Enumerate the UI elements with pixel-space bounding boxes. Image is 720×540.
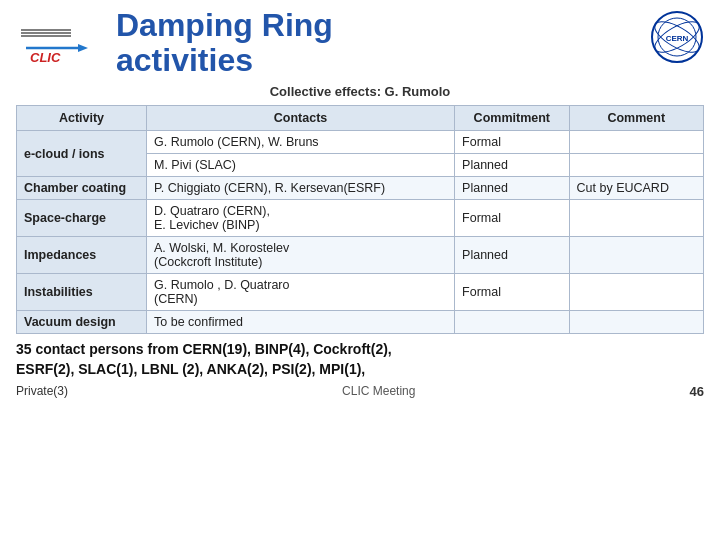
svg-text:CERN: CERN (666, 34, 689, 43)
contacts-cell: P. Chiggiato (CERN), R. Kersevan(ESRF) (147, 177, 455, 200)
table-row: InstabilitiesG. Rumolo , D. Quatraro (CE… (17, 274, 704, 311)
activity-cell: e-cloud / ions (17, 131, 147, 177)
footer-private: Private(3) (16, 384, 68, 398)
footer-bottom: Private(3) CLIC Meeting 46 (0, 380, 720, 399)
contacts-cell: A. Wolski, M. Korostelev (Cockcroft Inst… (147, 237, 455, 274)
comment-cell (569, 131, 703, 154)
contacts-cell: M. Pivi (SLAC) (147, 154, 455, 177)
table-header-row: Activity Contacts Commitment Comment (17, 106, 704, 131)
table-row: Space-chargeD. Quatraro (CERN), E. Levic… (17, 200, 704, 237)
contacts-cell: G. Rumolo , D. Quatraro (CERN) (147, 274, 455, 311)
activity-cell: Chamber coating (17, 177, 147, 200)
title-line1: Damping Ring (116, 7, 333, 43)
header: CLIC Damping Ring activities CERN (0, 0, 720, 82)
title-block: Damping Ring activities (116, 8, 333, 78)
commitment-cell: Formal (455, 200, 569, 237)
commitment-cell: Formal (455, 274, 569, 311)
footer-page: 46 (690, 384, 704, 399)
col-commitment: Commitment (455, 106, 569, 131)
activity-cell: Space-charge (17, 200, 147, 237)
commitment-cell: Planned (455, 177, 569, 200)
comment-cell (569, 274, 703, 311)
collective-effects-label: Collective effects: G. Rumolo (0, 84, 720, 99)
svg-text:CLIC: CLIC (30, 50, 61, 64)
footer-center: CLIC Meeting (342, 384, 415, 398)
table-row: e-cloud / ionsG. Rumolo (CERN), W. Bruns… (17, 131, 704, 154)
table-row: Chamber coatingP. Chiggiato (CERN), R. K… (17, 177, 704, 200)
activity-cell: Impedances (17, 237, 147, 274)
contacts-cell: G. Rumolo (CERN), W. Bruns (147, 131, 455, 154)
footer-text: 35 contact persons from CERN(19), BINP(4… (0, 334, 720, 379)
footer-line2: ESRF(2), SLAC(1), LBNL (2), ANKA(2), PSI… (16, 360, 704, 380)
clic-logo: CLIC (16, 22, 106, 64)
main-title: Damping Ring activities (116, 8, 333, 78)
footer-line1: 35 contact persons from CERN(19), BINP(4… (16, 340, 704, 360)
contacts-cell: To be confirmed (147, 311, 455, 334)
comment-cell (569, 237, 703, 274)
table-row: Vacuum designTo be confirmed (17, 311, 704, 334)
cern-logo: CERN (650, 10, 704, 64)
header-left: CLIC Damping Ring activities (16, 8, 333, 78)
activity-cell: Instabilities (17, 274, 147, 311)
comment-cell (569, 200, 703, 237)
svg-marker-4 (78, 44, 88, 52)
commitment-cell: Formal (455, 131, 569, 154)
comment-cell: Cut by EUCARD (569, 177, 703, 200)
table-wrapper: Activity Contacts Commitment Comment e-c… (0, 105, 720, 334)
col-comment: Comment (569, 106, 703, 131)
comment-cell (569, 154, 703, 177)
comment-cell (569, 311, 703, 334)
commitment-cell: Planned (455, 237, 569, 274)
commitment-cell: Planned (455, 154, 569, 177)
main-table: Activity Contacts Commitment Comment e-c… (16, 105, 704, 334)
commitment-cell (455, 311, 569, 334)
col-activity: Activity (17, 106, 147, 131)
activity-cell: Vacuum design (17, 311, 147, 334)
table-row: ImpedancesA. Wolski, M. Korostelev (Cock… (17, 237, 704, 274)
contacts-cell: D. Quatraro (CERN), E. Levichev (BINP) (147, 200, 455, 237)
title-line2: activities (116, 42, 253, 78)
col-contacts: Contacts (147, 106, 455, 131)
